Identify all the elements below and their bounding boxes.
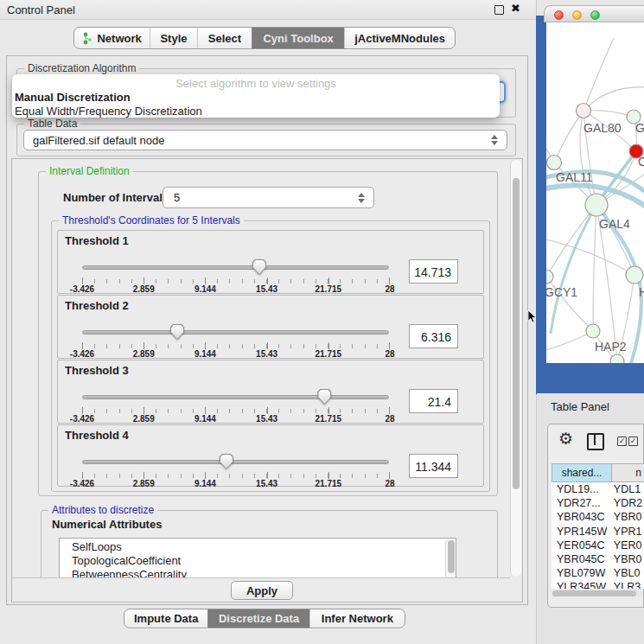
threshold-4-slider[interactable] [82,452,389,471]
close-traffic-light[interactable] [554,10,564,20]
group-title: Attributes to discretize [48,504,157,516]
table-data-combobox[interactable]: galFiltered.sif default node [23,130,507,150]
group-title: Threshold's Coordinates for 5 Intervals [59,214,244,226]
threshold-2-panel: Threshold 2 -3.4262.8599.14415.4321.7152… [57,295,484,359]
list-item[interactable]: TopologicalCoefficient [60,554,456,568]
apply-button[interactable]: Apply [231,581,293,600]
table-panel: ⚙ ✓ ✓ shared... n YDL19...YDL1 YDR27...Y… [547,424,644,608]
zoom-traffic-light[interactable] [590,10,600,20]
network-window-titlebar[interactable] [544,5,644,22]
control-panel-titlebar: Control Panel ✖ [0,0,536,20]
settings-viewport: Interval Definition Number of Intervals … [12,159,510,578]
slider-track [82,265,389,270]
tab-select[interactable]: Select [197,28,252,48]
group-title: Discretization Algorithm [24,62,139,74]
list-item[interactable]: BetweennessCentrality [60,568,456,578]
network-frame-focus-border [536,16,546,394]
combo-arrows-icon [491,135,499,145]
table-row[interactable]: YER054CYER0 [552,539,644,552]
list-item[interactable]: SelfLoops [60,539,456,554]
popup-option-manual[interactable]: Manual Discretization [15,91,131,105]
node-gal11[interactable] [547,156,562,170]
threshold-1-value-field[interactable]: 14.713 [409,259,458,284]
settings-scrollbar[interactable] [510,160,521,577]
threshold-4-panel: Threshold 4 -3.4262.8599.14415.4321.7152… [57,424,484,487]
close-icon[interactable]: ✖ [511,2,520,15]
tab-jactivemnodules[interactable]: jActiveMNodules [344,28,455,48]
mouse-cursor [527,310,537,323]
table-row[interactable]: YBR045CYBR0 [552,552,644,566]
network-icon [82,32,92,45]
svg-text:GCY1: GCY1 [546,285,577,299]
tab-discretize-data[interactable]: Discretize Data [207,609,309,628]
float-window-icon[interactable] [494,5,504,15]
scrollbar-thumb[interactable] [513,178,520,489]
checkbox-icon[interactable]: ✓ [628,437,638,446]
combo-value: galFiltered.sif default node [33,134,164,147]
threshold-4-value-field[interactable]: 11.344 [409,454,458,478]
minimize-traffic-light[interactable] [572,10,582,20]
table-horizontal-scrollbar[interactable] [552,590,641,597]
tab-network[interactable]: Network [74,28,150,48]
table-row[interactable]: YDL19...YDL1 [552,482,644,496]
threshold-3-value-field[interactable]: 21.4 [409,389,458,413]
svg-text:GAL11: GAL11 [556,170,593,184]
threshold-3-panel: Threshold 3 -3.4262.8599.14415.4321.7152… [57,360,484,424]
slider-thumb[interactable] [220,454,233,469]
attributes-group: Attributes to discretize Numerical Attri… [41,510,498,578]
node-hap2[interactable] [586,324,600,338]
threshold-label: Threshold 3 [65,364,129,377]
tab-impute-data[interactable]: Impute Data [124,609,207,628]
slider-tick-labels: -3.4262.8599.14415.4321.71528 [82,479,390,488]
column-layout-icon[interactable] [587,433,604,450]
num-intervals-label: Number of Intervals [63,191,169,204]
threshold-1-panel: Threshold 1 -3.4262.8599.14415.4321.7152… [57,230,484,294]
thresholds-group: Threshold's Coordinates for 5 Intervals … [51,220,490,492]
settings-scroll-panel: Interval Definition Number of Intervals … [11,158,523,603]
popup-option-equal-width[interactable]: Equal Width/Frequency Discretization [15,105,202,118]
column-header-shared[interactable]: shared... [552,463,612,482]
threshold-2-slider[interactable] [82,322,389,341]
threshold-label: Threshold 2 [65,299,129,312]
checkbox-icon[interactable]: ✓ [617,437,627,446]
threshold-3-slider[interactable] [82,387,389,406]
node-h[interactable] [626,266,643,284]
top-tab-bar: Network Style Select Cyni Toolbox jActiv… [73,27,456,49]
tab-infer-network[interactable]: Infer Network [309,609,405,628]
slider-thumb[interactable] [317,389,331,405]
table-row[interactable]: YBR043CYBR0 [552,510,644,524]
column-header-name[interactable]: n [612,463,644,482]
list-scrollbar[interactable] [445,539,456,578]
node-gal4[interactable] [585,194,608,216]
svg-text:C: C [638,155,644,169]
table-row[interactable]: YLR345WYLR3 [552,580,644,589]
slider-tick-labels: -3.4262.8599.14415.4321.71528 [82,284,390,293]
group-title: Interval Definition [46,165,133,177]
svg-text:H: H [639,285,644,299]
threshold-1-slider[interactable] [82,258,389,277]
table-row[interactable]: YBL079WYBL0 [552,566,644,580]
node-bottom[interactable] [610,354,624,363]
threshold-label: Threshold 4 [65,429,129,442]
tab-style[interactable]: Style [150,28,197,48]
table-row[interactable]: YDR27...YDR2 [552,496,644,510]
network-frame-focus-border [546,363,644,394]
slider-thumb[interactable] [170,324,184,340]
gear-icon[interactable]: ⚙ [558,430,573,447]
network-canvas[interactable]: GAL80 GA C GAL11 GAL4 GCY1 H HAP2 [546,22,644,363]
scrollbar-thumb[interactable] [552,590,636,596]
threshold-2-value-field[interactable]: 6.316 [409,324,458,348]
node-gal80[interactable] [577,104,591,118]
table-row[interactable]: YPR145WYPR1 [552,525,644,539]
table-panel-title: Table Panel [551,400,609,413]
node-gcy1[interactable] [546,270,553,284]
bottom-tab-bar: Impute Data Discretize Data Infer Networ… [124,609,405,628]
svg-text:GAL80: GAL80 [583,121,622,135]
group-title: Table Data [24,118,80,130]
tab-cyni-toolbox[interactable]: Cyni Toolbox [252,28,344,48]
slider-thumb[interactable] [252,259,266,275]
spinner-value: 5 [174,191,180,204]
table-panel-region: Table Panel ⚙ ✓ ✓ shared... n YDL19...YD… [537,393,644,644]
num-intervals-spinner[interactable]: 5 [163,187,374,208]
svg-text:HAP2: HAP2 [595,340,627,354]
